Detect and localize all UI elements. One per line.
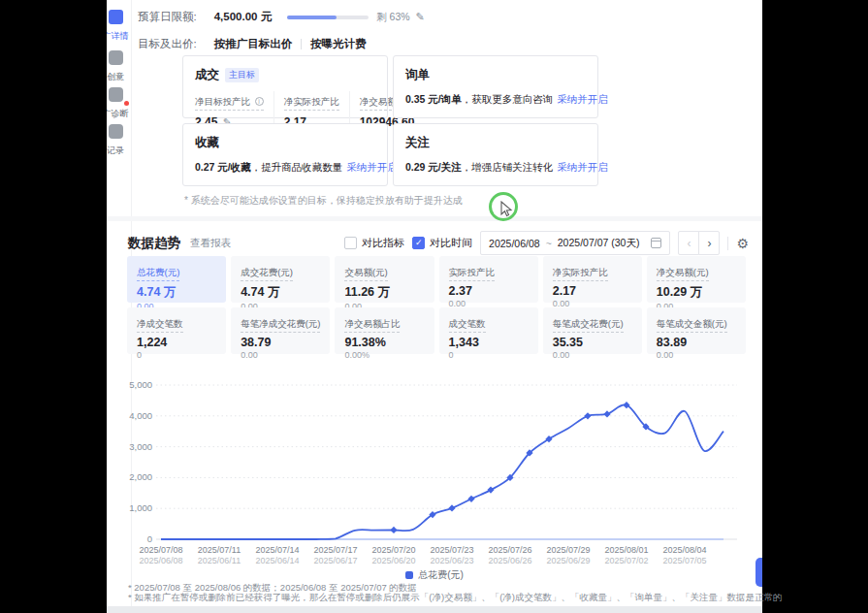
metric-label: 每笔净成交花费(元) — [241, 318, 320, 333]
next-period-button[interactable]: › — [698, 231, 720, 255]
metric-value: 91.38% — [344, 336, 424, 349]
metric-card[interactable]: 实际投产比 2.37 0.00 — [439, 256, 538, 303]
svg-text:2025/07/17: 2025/07/17 — [313, 545, 357, 555]
metric-value: 35.35 — [553, 336, 632, 349]
adopt-enable-link[interactable]: 采纳并开启 — [557, 161, 608, 173]
budget-label: 预算日限额: — [138, 10, 197, 24]
bidding-label: 目标及出价: — [138, 37, 197, 51]
metric-card[interactable]: 每笔成交金额(元) 83.89 0.00 — [647, 307, 746, 354]
history-icon — [109, 124, 123, 139]
bid-option-by-impression[interactable]: 按曝光计费 — [310, 37, 367, 51]
metric-label: 实际投产比 — [449, 267, 496, 281]
svg-text:2025/07/14: 2025/07/14 — [255, 545, 299, 555]
svg-text:3,000: 3,000 — [129, 441, 152, 452]
goal-card-desc: 0.29 元/关注，增强店铺关注转化采纳并开启 — [405, 161, 586, 175]
goal-cards: 成交主目标 净目标投产比 i 2.45 ✎ 净实际投产比 2.17 净交易额(元… — [182, 55, 597, 186]
divider — [727, 237, 728, 250]
metric-value: 38.79 — [241, 336, 320, 349]
prev-period-button[interactable]: ‹ — [678, 231, 699, 255]
metric-value: 4.74 万 — [241, 284, 320, 301]
metric-card[interactable]: 每笔净成交花费(元) 38.79 0.00 — [231, 307, 330, 354]
gear-icon[interactable]: ⚙ — [736, 236, 749, 251]
compare-time-checkbox[interactable] — [412, 237, 425, 249]
metric-value: 4.74 万 — [137, 284, 216, 301]
metric-value: 83.89 — [657, 336, 736, 349]
svg-text:2025/08/04: 2025/08/04 — [662, 545, 706, 555]
goal-card: 询单0.35 元/询单，获取更多意向咨询采纳并开启 — [393, 55, 598, 118]
svg-text:2025/06/29: 2025/06/29 — [546, 556, 590, 565]
metric-card[interactable]: 净实际投产比 2.17 0.00 — [543, 256, 642, 303]
svg-text:2025/07/08: 2025/07/08 — [139, 545, 182, 555]
metric-card[interactable]: 净成交笔数 1,224 0 — [127, 307, 226, 354]
sidebar-item[interactable]: 广详情 — [107, 10, 132, 43]
trend-chart[interactable]: 01,0002,0003,0004,0005,0002025/07/082025… — [120, 374, 751, 572]
metric-compare-value: 0 — [137, 350, 216, 360]
metric-compare-value: 0.00 — [241, 350, 320, 360]
metric-label: 总花费(元) — [137, 267, 179, 281]
svg-text:4,000: 4,000 — [129, 410, 152, 421]
budget-slider-fill — [287, 16, 336, 19]
sidebar-item-label: 广详情 — [107, 30, 132, 43]
svg-text:2025/06/11: 2025/06/11 — [198, 556, 241, 565]
mouse-cursor-icon — [499, 201, 513, 218]
budget-row: 预算日限额: 4,500.00 元 剩 63% ✎ — [138, 10, 425, 24]
adopt-enable-link[interactable]: 采纳并开启 — [557, 93, 608, 105]
svg-text:2,000: 2,000 — [129, 471, 152, 482]
bid-option-by-goal[interactable]: 按推广目标出价 — [214, 37, 293, 51]
view-report-link[interactable]: 查看报表 — [190, 237, 231, 250]
svg-text:2025/06/23: 2025/06/23 — [430, 556, 473, 565]
goal-card: 关注0.29 元/关注，增强店铺关注转化采纳并开启 — [393, 123, 598, 186]
svg-text:2025/07/23: 2025/07/23 — [430, 545, 473, 555]
metric-card[interactable]: 总花费(元) 4.74 万 0.00 — [127, 256, 226, 303]
metric-value: 1,343 — [449, 336, 529, 349]
edit-budget-icon[interactable]: ✎ — [416, 11, 425, 23]
sidebar-item[interactable]: 创意 — [107, 50, 132, 83]
detail-icon — [109, 10, 123, 24]
sidebar-item-label: 记录 — [107, 145, 132, 157]
notification-dot — [124, 101, 129, 106]
side-drawer-handle[interactable] — [755, 558, 762, 587]
svg-text:2025/07/05: 2025/07/05 — [662, 556, 706, 565]
date-range-picker[interactable]: 2025/06/08 ~ 2025/07/07 (30天) — [480, 231, 670, 255]
metric-value: 11.26 万 — [344, 284, 424, 301]
goal-card-title: 关注 — [405, 135, 430, 151]
svg-text:1,000: 1,000 — [129, 502, 152, 513]
main-panel: 广详情创意广诊断记录 预算日限额: 4,500.00 元 剩 63% ✎ 目标及… — [107, 0, 762, 613]
compare-metric-checkbox[interactable] — [344, 237, 357, 249]
metric-label: 成交花费(元) — [241, 267, 293, 281]
goal-metric-label: 净目标投产比 i — [195, 96, 264, 111]
svg-text:2025/07/29: 2025/07/29 — [546, 545, 590, 555]
metric-card-grid: 总花费(元) 4.74 万 0.00成交花费(元) 4.74 万 0.00交易额… — [127, 256, 746, 354]
metric-card[interactable]: 成交花费(元) 4.74 万 0.00 — [231, 256, 330, 303]
metric-card[interactable]: 净交易额(元) 10.29 万 0.00 — [647, 256, 746, 303]
metric-card[interactable]: 成交笔数 1,343 0 — [439, 307, 538, 354]
trend-title: 数据趋势 — [128, 235, 180, 252]
bidding-row: 目标及出价: 按推广目标出价 按曝光计费 — [138, 37, 367, 51]
legend-swatch — [405, 571, 413, 579]
metric-card[interactable]: 交易额(元) 11.26 万 0.00 — [335, 256, 434, 303]
goal-metric-label: 净实际投产比 — [284, 96, 339, 111]
compare-metric-label: 对比指标 — [362, 236, 404, 250]
divider — [301, 39, 302, 49]
budget-slider[interactable] — [287, 16, 369, 19]
metric-compare-value: 0.00 — [553, 350, 632, 360]
chart-legend[interactable]: 总花费(元) — [107, 568, 762, 582]
svg-text:2025/06/26: 2025/06/26 — [488, 556, 531, 565]
goal-note: * 系统会尽可能达成你设置的目标，保持稳定投放有助于提升达成 — [184, 194, 463, 208]
metric-card[interactable]: 净交易额占比 91.38% 0.00% — [335, 307, 434, 354]
metric-label: 净实际投产比 — [553, 267, 608, 281]
svg-text:2025/07/11: 2025/07/11 — [198, 545, 241, 555]
legend-label: 总花费(元) — [418, 569, 464, 580]
svg-text:2025/07/20: 2025/07/20 — [371, 545, 415, 555]
svg-text:2025/07/02: 2025/07/02 — [604, 556, 648, 565]
info-icon[interactable]: i — [255, 97, 264, 106]
svg-text:2025/07/26: 2025/07/26 — [488, 545, 531, 555]
sidebar-item[interactable]: 记录 — [107, 124, 132, 157]
goal-card-desc: 0.27 元/收藏，提升商品收藏数量采纳并开启 — [195, 161, 375, 175]
adopt-enable-link[interactable]: 采纳并开启 — [346, 161, 398, 173]
date-start: 2025/06/08 — [489, 238, 540, 249]
metric-compare-value: 0 — [449, 350, 529, 360]
sidebar-item[interactable]: 广诊断 — [107, 87, 132, 120]
metric-label: 成交笔数 — [449, 318, 486, 333]
metric-card[interactable]: 每笔成交花费(元) 35.35 0.00 — [543, 307, 642, 354]
